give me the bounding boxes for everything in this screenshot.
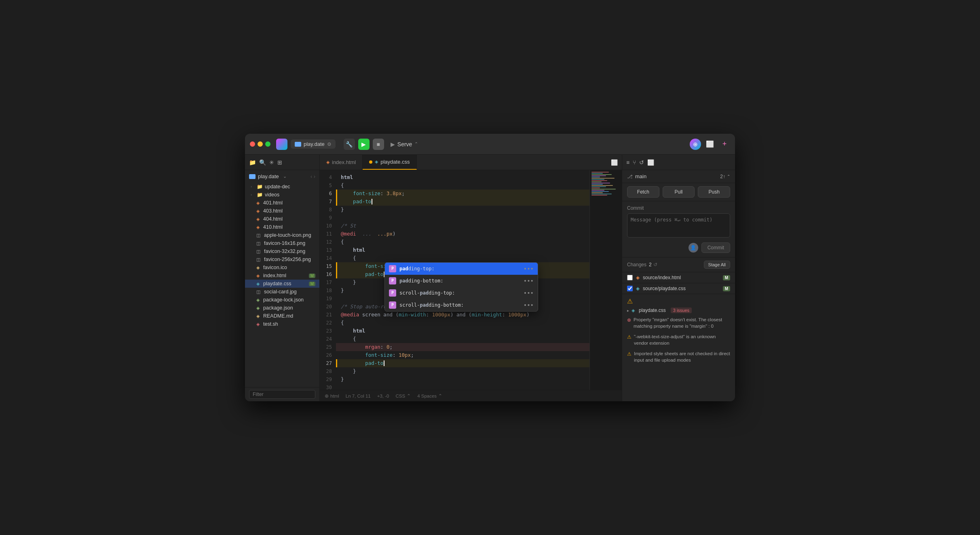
commits-count: 2↑ — [720, 174, 725, 179]
commit-button[interactable]: Commit — [701, 242, 730, 253]
autocomplete-item-scroll-padding-top[interactable]: P scroll-padding-top: ••• — [385, 287, 538, 299]
settings-icon: ⚙ — [327, 141, 332, 147]
play-button[interactable]: ▶ — [358, 139, 370, 150]
code-token: ; — [411, 351, 414, 359]
sidebar-item-favicon256[interactable]: ◫ favicon-256x256.png — [245, 255, 319, 263]
stage-checkbox-css[interactable] — [627, 286, 633, 291]
avatar-icon: 👤 — [689, 243, 698, 253]
layout-split-icon[interactable]: ⬜ — [647, 159, 654, 166]
commit-message-input[interactable] — [627, 213, 730, 238]
code-token: 1000px — [508, 311, 526, 319]
sidebar-item-test-sh[interactable]: ◈ test.sh — [245, 320, 319, 328]
sidebar-item-update-dec[interactable]: › 📁 update-dec — [245, 183, 319, 191]
code-token — [356, 230, 362, 238]
split-editor-button[interactable]: ⬜ — [611, 159, 618, 166]
nav-forward-button[interactable]: › — [314, 174, 315, 179]
sidebar-item-401[interactable]: ◈ 401.html — [245, 199, 319, 207]
sidebar: 📁 🔍 ✳ ⊞ play.date ⌄ ‹ › › 📁 update — [245, 155, 320, 401]
syntax-label: CSS — [395, 394, 405, 398]
code-token: /* St — [341, 222, 356, 230]
branch-name[interactable]: main — [635, 173, 646, 179]
code-line-25: mrgan: 0; — [336, 343, 589, 351]
sidebar-item-favicon16[interactable]: ◫ favicon-16x16.png — [245, 239, 319, 247]
pull-button[interactable]: Pull — [663, 186, 695, 198]
code-editor[interactable]: html { font-size: 3.8px; pad-to — [336, 170, 589, 390]
status-position[interactable]: Ln 7, Col 11 — [346, 394, 371, 398]
refresh-git-icon[interactable]: ↺ — [639, 159, 644, 166]
sidebar-item-favicon32[interactable]: ◫ favicon-32x32.png — [245, 247, 319, 255]
line-num-16: 16 — [320, 270, 332, 278]
change-item-index-html: ◈ source/index.html M — [622, 272, 735, 283]
stage-all-button[interactable]: Stage All — [704, 261, 730, 269]
diff-label: +3, -0 — [377, 394, 389, 398]
sidebar-project-name[interactable]: play.date — [258, 173, 279, 179]
tab-index-html[interactable]: ◈ index.html — [320, 155, 363, 170]
nav-back-button[interactable]: ‹ — [310, 174, 312, 179]
line-num-18: 18 — [320, 286, 332, 295]
issue-item-webkit: ⚠ "-webkit-text-size-adjust" is an unkno… — [627, 333, 730, 346]
status-bar: ⊕ html Ln 7, Col 11 +3, -0 CSS ⌃ 4 Space… — [320, 390, 622, 401]
mini-line — [591, 178, 615, 179]
changes-label: Changes — [627, 262, 646, 268]
change-item-playdate-css: ◈ source/playdate.css M — [622, 283, 735, 294]
autocomplete-item-scroll-padding-bottom[interactable]: P scroll-padding-bottom: ••• — [385, 299, 538, 311]
close-button[interactable] — [250, 141, 255, 147]
app-icon — [276, 139, 287, 150]
line-num-10: 10 — [320, 222, 332, 230]
files-icon[interactable]: 📁 — [249, 159, 256, 166]
project-name-tag[interactable]: play.date ⚙ — [291, 139, 336, 149]
autocomplete-dropdown[interactable]: P padding-top: ••• P padding-bottom: •••… — [384, 262, 538, 312]
sidebar-item-videos[interactable]: › 📁 videos — [245, 191, 319, 199]
layout-icon-button[interactable]: ⬜ — [704, 139, 716, 150]
serve-button[interactable]: ▶ Serve ⌃ — [387, 139, 422, 149]
list-icon[interactable]: ≡ — [626, 159, 629, 166]
fetch-button[interactable]: Fetch — [627, 186, 659, 198]
sidebar-item-apple-touch[interactable]: ◫ apple-touch-icon.png — [245, 231, 319, 239]
asterisk-icon[interactable]: ✳ — [269, 159, 274, 166]
sidebar-item-index-html[interactable]: ◈ index.html M — [245, 272, 319, 280]
wrench-button[interactable]: 🔧 — [344, 139, 355, 150]
code-token: 3.8px — [387, 190, 402, 198]
sidebar-item-label: apple-touch-icon.png — [264, 232, 315, 238]
line-num-5: 5 — [320, 181, 332, 190]
code-token: pad-to — [341, 270, 383, 278]
push-button[interactable]: Push — [698, 186, 730, 198]
sidebar-item-package-json[interactable]: ◈ package.json — [245, 304, 319, 312]
code-line-12: { — [336, 238, 589, 246]
git-icon[interactable]: ⑂ — [633, 159, 636, 166]
minimize-button[interactable] — [258, 141, 263, 147]
sidebar-item-social-card[interactable]: ◫ social-card.jpg — [245, 288, 319, 296]
sidebar-item-readme[interactable]: ◈ README.md — [245, 312, 319, 320]
radar-icon: ⊕ — [690, 139, 701, 150]
line-num-20: 20 — [320, 303, 332, 311]
line-num-6: 6 — [320, 190, 332, 198]
sidebar-item-playdate-css[interactable]: ◈ playdate.css M — [245, 280, 319, 288]
autocomplete-item-padding-top[interactable]: P padding-top: ••• — [385, 263, 538, 275]
git-gutter — [336, 359, 337, 367]
line-num-8: 8 — [320, 206, 332, 214]
sidebar-item-favicon-ico[interactable]: ◈ favicon.ico — [245, 263, 319, 272]
sidebar-item-404[interactable]: ◈ 404.html — [245, 215, 319, 223]
sidebar-item-package-lock[interactable]: ◈ package-lock.json — [245, 296, 319, 304]
filter-input[interactable] — [249, 390, 315, 399]
stage-checkbox-index[interactable] — [627, 275, 633, 280]
refresh-changes-icon[interactable]: ↺ — [653, 262, 657, 268]
stop-button[interactable]: ■ — [373, 139, 384, 150]
maximize-button[interactable] — [265, 141, 270, 147]
mini-line — [591, 195, 607, 196]
sidebar-item-403[interactable]: ◈ 403.html — [245, 207, 319, 215]
code-token: 0 — [387, 343, 390, 351]
code-token: font-size — [341, 190, 380, 198]
tab-playdate-css[interactable]: ◈ playdate.css — [363, 155, 416, 170]
search-icon[interactable]: 🔍 — [259, 159, 266, 166]
code-line-29: } — [336, 375, 589, 383]
sidebar-item-410[interactable]: ◈ 410.html — [245, 223, 319, 231]
autocomplete-item-padding-bottom[interactable]: P padding-bottom: ••• — [385, 275, 538, 287]
plus-icon-button[interactable]: + — [719, 139, 730, 150]
git-gutter — [336, 270, 337, 278]
status-indent[interactable]: 4 Spaces ⌃ — [417, 393, 442, 399]
line-num-22: 22 — [320, 319, 332, 327]
grid-icon[interactable]: ⊞ — [277, 159, 282, 166]
code-line-11: @medi ... ...px) — [336, 230, 589, 238]
status-syntax[interactable]: CSS ⌃ — [395, 393, 411, 399]
